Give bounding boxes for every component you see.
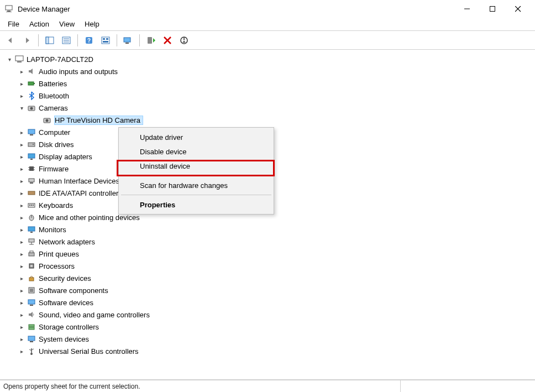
svg-rect-8 <box>46 37 49 44</box>
svg-rect-4 <box>490 7 495 12</box>
tree-item-camera-hp[interactable]: HP TrueVision HD Camera <box>4 114 534 126</box>
tree-label: HP TrueVision HD Camera <box>54 116 143 125</box>
mouse-icon <box>27 212 36 222</box>
app-icon <box>4 4 13 13</box>
svg-rect-16 <box>103 38 105 40</box>
chevron-right-icon[interactable]: ▸ <box>18 262 25 270</box>
chevron-right-icon[interactable]: ▸ <box>18 311 25 318</box>
menu-action[interactable]: Action <box>25 19 54 29</box>
svg-rect-70 <box>30 341 33 342</box>
tree-item-security[interactable]: ▸Security devices <box>4 272 534 284</box>
chevron-right-icon[interactable]: ▸ <box>18 213 25 221</box>
chevron-right-icon[interactable]: ▸ <box>18 67 25 75</box>
svg-rect-64 <box>30 289 33 292</box>
tree-label: Security devices <box>39 274 91 283</box>
action-button[interactable] <box>98 33 113 48</box>
tree-item-sound[interactable]: ▸Sound, video and game controllers <box>4 309 534 321</box>
bluetooth-icon <box>27 91 36 101</box>
svg-rect-68 <box>29 327 34 330</box>
svg-rect-67 <box>29 325 34 327</box>
tree-root[interactable]: ▾ LAPTOP-7ADCLT2D <box>4 53 534 65</box>
svg-rect-27 <box>28 82 34 85</box>
chevron-right-icon[interactable]: ▸ <box>18 140 25 148</box>
menu-file[interactable]: File <box>3 19 24 29</box>
svg-rect-53 <box>28 227 35 231</box>
computer-icon <box>14 54 24 64</box>
window-controls <box>454 0 531 18</box>
chevron-right-icon[interactable]: ▸ <box>18 189 25 197</box>
svg-rect-18 <box>103 41 108 43</box>
minimize-button[interactable] <box>454 0 480 18</box>
menu-help[interactable]: Help <box>80 19 104 29</box>
svg-text:?: ? <box>87 38 91 44</box>
back-button[interactable] <box>3 33 18 48</box>
tree-item-cameras[interactable]: ▾Cameras <box>4 102 534 114</box>
svg-rect-0 <box>6 6 12 10</box>
tree-item-audio[interactable]: ▸Audio inputs and outputs <box>4 65 534 77</box>
tree-item-monitors[interactable]: ▸Monitors <box>4 223 534 236</box>
chip-icon <box>27 164 36 174</box>
tree-item-processors[interactable]: ▸Processors <box>4 260 534 272</box>
chevron-right-icon[interactable]: ▸ <box>18 165 25 173</box>
chevron-right-icon[interactable]: ▸ <box>18 80 25 87</box>
help-button[interactable]: ? <box>82 33 96 48</box>
chevron-down-icon[interactable]: ▾ <box>18 104 25 112</box>
tree-label: Print queues <box>39 250 79 258</box>
disable-button[interactable] <box>177 33 191 48</box>
menu-view[interactable]: View <box>55 19 79 29</box>
properties-button[interactable] <box>59 33 74 48</box>
chevron-right-icon[interactable]: ▸ <box>18 347 25 355</box>
chevron-right-icon[interactable]: ▸ <box>18 238 25 245</box>
chevron-right-icon[interactable]: ▸ <box>18 201 25 209</box>
svg-rect-15 <box>102 37 109 44</box>
ctx-update-driver[interactable]: Update driver <box>120 130 272 144</box>
chevron-down-icon[interactable]: ▾ <box>6 55 13 63</box>
disk-icon <box>27 139 36 149</box>
svg-rect-65 <box>28 300 35 304</box>
ctx-scan-hardware[interactable]: Scan for hardware changes <box>120 178 272 192</box>
tree-item-swdev[interactable]: ▸Software devices <box>4 296 534 309</box>
chevron-right-icon[interactable]: ▸ <box>18 274 25 282</box>
chevron-right-icon[interactable]: ▸ <box>18 177 25 185</box>
scan-hardware-button[interactable] <box>121 33 135 48</box>
forward-button[interactable] <box>20 33 34 48</box>
maximize-button[interactable] <box>480 0 505 18</box>
close-button[interactable] <box>505 0 531 18</box>
tree-label: IDE ATA/ATAPI controllers <box>39 189 122 197</box>
device-tree[interactable]: ▾ LAPTOP-7ADCLT2D ▸Audio inputs and outp… <box>0 50 535 380</box>
chevron-right-icon[interactable]: ▸ <box>18 335 25 343</box>
ctx-properties[interactable]: Properties <box>120 197 272 212</box>
tree-item-batteries[interactable]: ▸Batteries <box>4 77 534 90</box>
show-hide-tree-button[interactable] <box>43 33 57 48</box>
battery-icon <box>27 79 36 88</box>
usb-icon <box>27 346 36 356</box>
chevron-right-icon[interactable]: ▸ <box>18 226 25 233</box>
status-text: Opens property sheet for the current sel… <box>3 383 140 390</box>
tree-item-print[interactable]: ▸Print queues <box>4 248 534 260</box>
toolbar: ? <box>0 31 535 50</box>
tree-item-system[interactable]: ▸System devices <box>4 333 534 345</box>
uninstall-button[interactable] <box>160 33 175 48</box>
chevron-right-icon[interactable]: ▸ <box>18 323 25 331</box>
tree-item-bluetooth[interactable]: ▸Bluetooth <box>4 90 534 102</box>
tree-item-usb[interactable]: ▸Universal Serial Bus controllers <box>4 345 534 357</box>
chevron-right-icon[interactable]: ▸ <box>18 128 25 136</box>
tree-label: Cameras <box>39 104 68 112</box>
ctx-uninstall-device[interactable]: Uninstall device <box>120 159 272 173</box>
chevron-right-icon[interactable]: ▸ <box>18 250 25 258</box>
hid-icon <box>27 176 36 186</box>
toolbar-separator <box>38 34 39 46</box>
chevron-right-icon[interactable]: ▸ <box>18 92 25 100</box>
chevron-right-icon[interactable]: ▸ <box>18 153 25 160</box>
ctx-separator <box>121 195 271 195</box>
update-driver-button[interactable] <box>144 33 158 48</box>
tree-item-storage[interactable]: ▸Storage controllers <box>4 321 534 333</box>
tree-label: Human Interface Devices <box>39 177 119 185</box>
chevron-right-icon[interactable]: ▸ <box>18 299 25 306</box>
camera-icon <box>27 103 36 113</box>
chevron-right-icon[interactable]: ▸ <box>18 286 25 294</box>
ctx-disable-device[interactable]: Disable device <box>120 144 272 159</box>
svg-rect-25 <box>15 56 23 61</box>
tree-item-network[interactable]: ▸Network adapters <box>4 236 534 248</box>
tree-item-swcomp[interactable]: ▸Software components <box>4 284 534 296</box>
